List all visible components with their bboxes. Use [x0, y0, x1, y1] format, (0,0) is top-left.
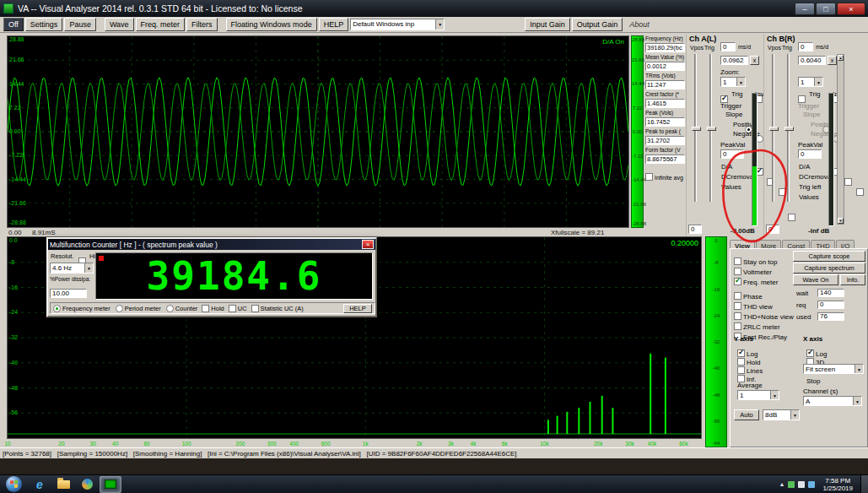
vpos-slider-handle[interactable]	[692, 127, 701, 131]
trig-slider[interactable]	[709, 54, 712, 202]
freq-meter-checkbox[interactable]	[734, 278, 741, 285]
taskbar-ie-icon[interactable]: e	[29, 476, 51, 493]
output-level-meter-a[interactable]	[752, 93, 757, 226]
auto-button[interactable]: Auto	[734, 409, 759, 420]
ms-per-div-field[interactable]: 0	[798, 42, 813, 51]
vpos-value-field[interactable]: 0.0962	[720, 56, 748, 65]
input-gain-button[interactable]: Input Gain	[525, 18, 570, 31]
wave-on-button[interactable]: Wave On	[793, 274, 838, 285]
trig-slider-handle[interactable]	[707, 127, 716, 131]
wave-button[interactable]: Wave	[105, 18, 134, 31]
ms-per-div-field[interactable]: 0	[720, 42, 736, 51]
oscilloscope-plot[interactable]: 28.8821.6614.447.220.00-7.22-14.44-21.66…	[7, 35, 629, 228]
values-checkbox[interactable]	[788, 214, 795, 221]
offset-field-b[interactable]: 0	[766, 225, 779, 234]
capture-scope-button[interactable]: Capture scope	[793, 251, 865, 262]
off-button[interactable]: Off	[3, 18, 24, 31]
chevron-down-icon[interactable]: ▼	[84, 263, 93, 273]
statistic-uc-checkbox[interactable]	[251, 305, 259, 312]
chevron-down-icon[interactable]: ▼	[855, 365, 863, 373]
chevron-down-icon[interactable]: ▼	[736, 78, 745, 86]
stay-on-top-checkbox[interactable]	[734, 257, 741, 265]
power-field[interactable]: 10.00	[50, 289, 87, 298]
filters-button[interactable]: Filters	[186, 18, 218, 31]
status-text: [Points = 32768] [Sampling = 150000Hz] […	[3, 450, 517, 458]
settings-button[interactable]: Settings	[25, 18, 63, 31]
taskbar-media-icon[interactable]	[76, 476, 98, 493]
counter-close-button[interactable]: ×	[362, 240, 374, 249]
taskbar-visual-analyser-icon[interactable]	[100, 476, 121, 493]
info-button[interactable]: Info.	[840, 274, 865, 285]
taskbar-clock[interactable]: 7:58 PM 1/25/2019	[822, 477, 853, 492]
channel-dropdown[interactable]: A▼	[803, 396, 862, 406]
vpos-slider[interactable]	[772, 54, 774, 202]
reset-vpos-button[interactable]: x	[828, 56, 837, 65]
thd-noise-view-checkbox[interactable]	[734, 312, 741, 320]
show-desktop-button[interactable]	[860, 475, 868, 493]
view-panel: ViewMoreConstTHDI/O Stay on topVoltmeter…	[730, 236, 868, 447]
infinite-avg-checkbox[interactable]	[645, 173, 653, 181]
tray-icon-green[interactable]	[788, 481, 795, 488]
offset-field-a[interactable]: 0	[688, 225, 702, 234]
hold-checkbox[interactable]	[737, 358, 745, 366]
db-per-div-dropdown[interactable]: 8dB▼	[763, 409, 800, 420]
trig-slider-handle[interactable]	[784, 127, 794, 131]
chevron-down-icon[interactable]: ▼	[790, 410, 799, 420]
counter-help-button[interactable]: HELP	[343, 304, 372, 313]
minimize-button[interactable]: –	[795, 3, 815, 15]
counter-titlebar[interactable]: Multifunction Counter [ Hz ] - ( spectru…	[48, 239, 375, 250]
scroll-up-icon[interactable]: ▲	[838, 55, 844, 61]
input-device-dropdown[interactable]: Default Windows inp ▼	[350, 19, 445, 30]
tray-icon-network[interactable]	[808, 481, 815, 488]
trig-left-checkbox[interactable]	[856, 188, 864, 196]
chevron-down-icon[interactable]: ▼	[853, 397, 861, 405]
scroll-down-icon[interactable]: ▼	[838, 218, 844, 224]
vpos-slider-handle[interactable]	[769, 127, 779, 131]
freq-meter-button[interactable]: Freq. meter	[136, 18, 186, 31]
zoom-dropdown[interactable]: 1▼	[720, 77, 746, 87]
start-button[interactable]	[6, 476, 22, 492]
maximize-button[interactable]: □	[816, 3, 836, 15]
floating-windows-button[interactable]: Floating Windows mode	[226, 18, 317, 31]
voltmeter-checkbox[interactable]	[734, 268, 741, 275]
tray-expand-icon[interactable]: ▲	[779, 481, 784, 487]
help-button[interactable]: HELP	[319, 18, 349, 31]
fit-screen-dropdown[interactable]: Fit screen▼	[803, 364, 864, 374]
close-button[interactable]: ×	[837, 3, 865, 15]
frequency-meter-radio[interactable]	[53, 305, 61, 312]
vpos-slider[interactable]	[694, 54, 697, 202]
counter-radio[interactable]	[166, 305, 174, 312]
dcremoval-checkbox[interactable]	[844, 178, 852, 186]
peakval-field[interactable]: 0	[798, 149, 822, 159]
capture-spectrum-button[interactable]: Capture spectrum	[793, 263, 865, 274]
tray-icon-white[interactable]	[798, 481, 805, 488]
chevron-down-icon[interactable]: ▼	[814, 78, 822, 86]
lines-checkbox[interactable]	[737, 366, 745, 374]
uc-checkbox[interactable]	[229, 305, 236, 312]
about-button[interactable]: About	[624, 18, 655, 31]
log-checkbox[interactable]	[737, 349, 745, 357]
log-checkbox[interactable]	[806, 349, 814, 357]
chevron-down-icon[interactable]: ▼	[435, 19, 444, 30]
reset-vpos-button[interactable]: x	[750, 56, 759, 65]
scope-scale-bar: 28.8821.6614.447.220.00-7.22-14.44-21.66…	[631, 35, 644, 228]
thd-view-checkbox[interactable]	[734, 302, 741, 310]
zoom-dropdown[interactable]: 1▼	[798, 77, 823, 87]
chevron-down-icon[interactable]: ▼	[770, 391, 779, 399]
channel-b-scrollbar[interactable]: ▲ ▼	[837, 54, 844, 225]
titlebar[interactable]: VA -- Visual Analyser 2014 rel. 0.3.1 ST…	[0, 0, 868, 17]
average-dropdown[interactable]: 1▼	[737, 390, 779, 400]
period-meter-radio[interactable]	[116, 305, 123, 312]
output-gain-button[interactable]: Output Gain	[572, 18, 623, 31]
resolution-dropdown[interactable]: 4.6 Hz▼	[50, 263, 94, 274]
taskbar-folder-icon[interactable]	[52, 476, 74, 493]
zrlc-meter-checkbox[interactable]	[734, 322, 741, 330]
trig-slider[interactable]	[787, 54, 790, 202]
pause-button[interactable]: Pause	[64, 18, 96, 31]
multifunction-counter-window[interactable]: Multifunction Counter [ Hz ] - ( spectru…	[46, 237, 377, 317]
phase-checkbox[interactable]	[734, 292, 741, 300]
hold-checkbox[interactable]	[202, 305, 209, 312]
peakval-field[interactable]: 0	[720, 149, 744, 159]
output-level-meter-b[interactable]	[828, 93, 834, 226]
vpos-value-field[interactable]: 0.6040	[798, 56, 826, 65]
